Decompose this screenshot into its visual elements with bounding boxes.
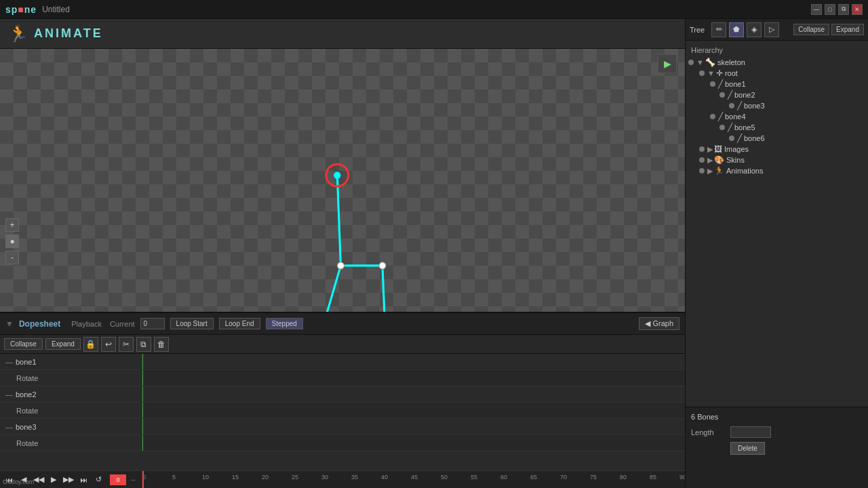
graph-button[interactable]: ◀ Graph	[639, 317, 679, 330]
restore-button[interactable]: ⧉	[838, 4, 849, 15]
play-forward-button[interactable]: ▶▶	[62, 474, 75, 486]
loop-button[interactable]: ↺	[92, 474, 104, 486]
viewport-area: 🏃 ANIMATE	[0, 19, 685, 488]
bone1-rotate-label: Rotate	[16, 374, 38, 382]
bone2-rotate-label: Rotate	[16, 407, 38, 415]
bone5-tree-label: bone5	[734, 123, 755, 131]
tree-edit-icon[interactable]: ✏	[711, 22, 726, 37]
track-bone3-label[interactable]: — bone3	[0, 419, 142, 434]
zoom-center-dot: ●	[5, 235, 19, 248]
collapse-button[interactable]: Collapse	[4, 338, 43, 350]
track-bone1-rotate-label[interactable]: Rotate	[0, 370, 142, 386]
dopesheet-toggle[interactable]: ▼	[5, 319, 14, 329]
delete-button[interactable]: 🗑	[154, 337, 169, 352]
tree-item-skeleton[interactable]: ▼ 🦴 skeleton	[686, 57, 868, 68]
zoom-out-button[interactable]: -	[5, 251, 19, 264]
tree-skins-icon[interactable]: ◈	[747, 22, 762, 37]
tree-item-bone5[interactable]: ╱ bone5	[686, 122, 868, 133]
dopesheet-content: — bone1 Rotate	[0, 354, 685, 470]
tree-bones-icon[interactable]: ⬟	[729, 22, 744, 37]
track-bone1-timeline[interactable]	[142, 354, 685, 369]
images-icon: 🖼	[714, 144, 722, 154]
tree-item-skins[interactable]: ▶ 🎨 Skins	[686, 155, 868, 165]
tree-item-bone6[interactable]: ╱ bone6	[686, 133, 868, 144]
titlebar-left: sp■ne Untitled	[5, 4, 70, 15]
root-label: root	[725, 69, 738, 77]
keyframe-bone2	[142, 386, 143, 402]
dopesheet-title: Dopesheet	[19, 319, 60, 329]
minimize-button[interactable]: —	[811, 4, 822, 15]
expand-button[interactable]: Expand	[45, 338, 81, 350]
bone1-expand-icon[interactable]: —	[5, 358, 13, 366]
ruler-right[interactable]: 0 5 10 15 20 25 30 35 40 45 50 55 60 65	[142, 471, 685, 489]
bone2-expand-icon[interactable]: —	[5, 390, 13, 399]
stepped-button[interactable]: Stepped	[266, 318, 303, 329]
skins-icon: 🎨	[714, 155, 724, 165]
lock-icon-button[interactable]: 🔒	[83, 337, 98, 352]
bone1-label: bone1	[16, 358, 37, 366]
delete-row: Delete	[691, 442, 863, 455]
tree-item-images[interactable]: ▶ 🖼 Images	[686, 144, 868, 155]
playback-button[interactable]: ▶	[658, 54, 677, 73]
loop-start-button[interactable]: Loop Start	[170, 318, 214, 329]
track-bone1-rotate-timeline[interactable]	[142, 370, 685, 386]
play-back-button[interactable]: ◀◀	[33, 474, 45, 486]
ruler-mark-10: 10	[202, 474, 209, 481]
timeline-ruler: ⏮ ◀ ◀◀ ▶ ▶▶ ⏭ ↺ 0 ↔ 0	[0, 470, 685, 488]
tree-item-bone1[interactable]: ╱ bone1	[686, 79, 868, 89]
ruler-mark-65: 65	[530, 474, 537, 481]
loop-end-button[interactable]: Loop End	[219, 318, 260, 329]
tree-item-root[interactable]: ▼ ✛ root	[686, 68, 868, 79]
tree-anim-icon[interactable]: ▷	[764, 22, 779, 37]
tree-expand-button[interactable]: Expand	[831, 24, 864, 35]
playhead[interactable]	[142, 471, 144, 489]
length-input[interactable]	[730, 426, 771, 438]
zoom-in-button[interactable]: +	[5, 218, 19, 232]
track-bone1: — bone1	[0, 354, 685, 370]
dopesheet-toolbar: Collapse Expand 🔒 ↩ ✂ ⧉ 🗑	[0, 335, 685, 354]
track-bone3: — bone3	[0, 419, 685, 435]
track-bone3-timeline[interactable]	[142, 419, 685, 434]
animate-figure-icon: 🏃	[8, 24, 28, 43]
tree-collapse-button[interactable]: Collapse	[793, 24, 829, 35]
tree-item-bone4[interactable]: ╱ bone4	[686, 111, 868, 122]
keyframe-bone3-rotate	[142, 435, 143, 451]
tree-item-bone3[interactable]: ╱ bone3	[686, 100, 868, 111]
dopesheet-area: ▼ Dopesheet Playback Current Loop Start …	[0, 312, 685, 488]
images-dot	[699, 146, 705, 152]
play-button[interactable]: ▶	[47, 474, 60, 486]
track-bone2-timeline[interactable]	[142, 386, 685, 402]
copy-button[interactable]: ⧉	[136, 337, 151, 352]
playback-label: Playback	[71, 320, 102, 328]
track-bone2-label[interactable]: — bone2	[0, 386, 142, 402]
cut-button[interactable]: ✂	[119, 337, 134, 352]
undo-button[interactable]: ↩	[101, 337, 116, 352]
tree-collapse-expand: Collapse Expand	[793, 24, 864, 35]
track-bone3-rotate-label[interactable]: Rotate	[0, 435, 142, 451]
skeleton-icon: 🦴	[705, 58, 715, 67]
app-logo: sp■ne	[5, 4, 37, 15]
tree-toolbar: Tree ✏ ⬟ ◈ ▷ Collapse Expand	[686, 19, 868, 41]
to-end-button[interactable]: ⏭	[77, 474, 90, 486]
skins-dot	[699, 157, 705, 163]
track-bone3-rotate-timeline[interactable]	[142, 435, 685, 451]
bone3-expand-icon[interactable]: —	[5, 423, 13, 431]
track-bone2-rotate-timeline[interactable]	[142, 403, 685, 418]
ruler-mark-15: 15	[232, 474, 239, 481]
titlebar: sp■ne Untitled — □ ⧉ ✕	[0, 0, 868, 19]
animations-icon: 🏃	[714, 166, 724, 176]
track-bone1-label[interactable]: — bone1	[0, 354, 142, 369]
track-bone2-rotate-label[interactable]: Rotate	[0, 403, 142, 418]
bone2-icon: ╱	[728, 90, 732, 100]
tree-item-animations[interactable]: ▶ 🏃 Animations	[686, 165, 868, 176]
hierarchy-tree: Hierarchy ▼ 🦴 skeleton ▼ ✛ root ╱ bone1	[686, 41, 868, 407]
bone3-rotate-label: Rotate	[16, 439, 38, 447]
current-value-input[interactable]	[140, 318, 165, 329]
delete-button[interactable]: Delete	[730, 442, 765, 455]
close-button[interactable]: ✕	[852, 4, 863, 15]
bone5-dot	[719, 125, 725, 130]
tree-item-bone2[interactable]: ╱ bone2	[686, 89, 868, 100]
ruler-mark-25: 25	[292, 474, 298, 481]
bone4-dot	[710, 114, 715, 119]
maximize-button[interactable]: □	[825, 4, 835, 15]
